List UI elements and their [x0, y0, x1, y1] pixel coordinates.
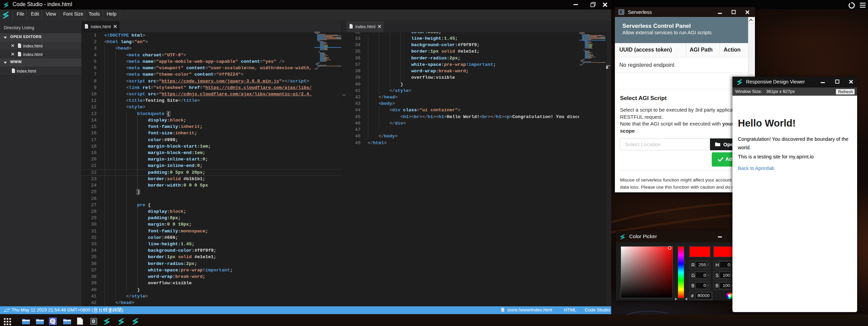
svg-text:<>: <> — [18, 45, 20, 47]
svg-text:<>: <> — [12, 70, 14, 72]
svg-text:<>: <> — [85, 26, 87, 28]
svg-text:<>: <> — [350, 26, 352, 28]
svg-text:<>: <> — [502, 309, 504, 311]
svg-text:<>: <> — [18, 54, 20, 56]
